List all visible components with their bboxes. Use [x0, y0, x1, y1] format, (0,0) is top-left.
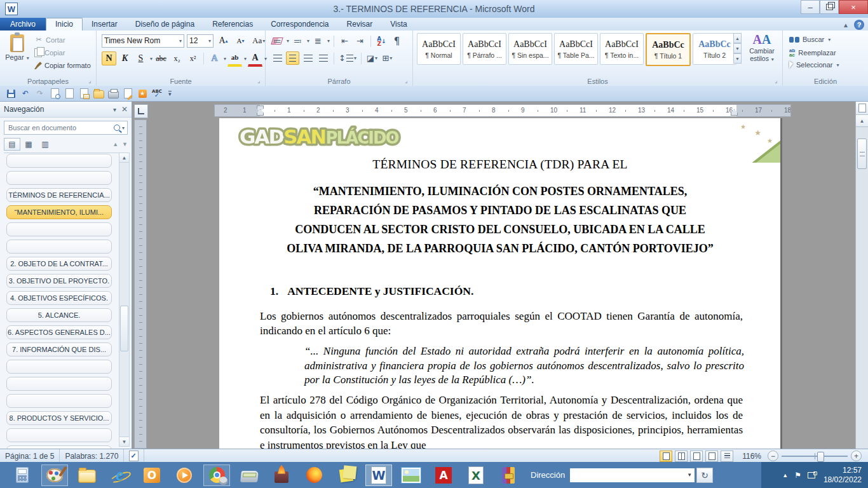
subscript-button[interactable]: x₂: [170, 51, 184, 65]
nav-heading-item[interactable]: TÉRMINOS DE REFERENCIA...: [6, 188, 112, 202]
addin-icon[interactable]: ★: [137, 88, 148, 99]
search-options-icon[interactable]: ▾: [122, 125, 125, 131]
clock[interactable]: 12:57 18/02/2022: [824, 466, 862, 485]
nav-heading-item[interactable]: [6, 394, 112, 408]
minimize-button[interactable]: –: [801, 0, 820, 14]
sticky-taskbar-icon[interactable]: [333, 464, 360, 486]
qat-more-icon[interactable]: ▾: [168, 91, 172, 97]
nero-taskbar-icon[interactable]: [268, 464, 295, 486]
shrink-font-button[interactable]: A▾: [233, 34, 248, 48]
undo-icon[interactable]: ↶: [20, 88, 31, 99]
tab-stop-selector[interactable]: [134, 104, 148, 118]
show-marks-button[interactable]: ¶: [390, 34, 403, 48]
grow-font-button[interactable]: A▴: [216, 34, 231, 48]
tab-revisar[interactable]: Revisar: [338, 18, 382, 30]
nav-heading-item[interactable]: [6, 222, 112, 236]
web-layout-view-button[interactable]: [690, 451, 703, 462]
explorer-taskbar-icon[interactable]: [74, 464, 100, 486]
word-taskbar-icon[interactable]: W: [365, 464, 392, 486]
vertical-scrollbar[interactable]: ▲: [855, 102, 868, 449]
align-left-button[interactable]: [271, 51, 284, 65]
change-styles-button[interactable]: AA Cambiar estilos ▾: [745, 32, 779, 73]
word-count[interactable]: Palabras: 1.270: [60, 449, 124, 463]
zoom-out-icon[interactable]: −: [768, 451, 778, 461]
change-case-button[interactable]: Aa▾: [250, 34, 267, 48]
underline-button[interactable]: S: [133, 51, 148, 65]
format-painter-button[interactable]: Copiar formato: [34, 62, 95, 69]
paste-button[interactable]: Pegar ▾: [3, 33, 31, 74]
nav-scroll-down-icon[interactable]: ▼: [119, 437, 129, 446]
clipboard-dialog-launcher[interactable]: ⌟: [88, 78, 94, 84]
scanner-taskbar-icon[interactable]: [236, 464, 262, 486]
winrar-taskbar-icon[interactable]: [495, 464, 522, 486]
nav-pane-menu-icon[interactable]: ▾: [113, 106, 116, 113]
styles-more-button[interactable]: ▼: [733, 53, 742, 64]
spelling-icon[interactable]: ABC✓: [151, 88, 163, 99]
tab-archivo[interactable]: Archivo: [0, 18, 46, 30]
find-button[interactable]: Buscar▾: [789, 36, 831, 43]
firefox-taskbar-icon[interactable]: [301, 464, 327, 486]
nav-pane-close-icon[interactable]: ✕: [121, 105, 128, 114]
network-icon[interactable]: [808, 471, 817, 478]
edit-icon[interactable]: [122, 88, 133, 99]
nav-scroll-thumb[interactable]: [120, 306, 128, 351]
address-go-icon[interactable]: ↻: [696, 468, 713, 483]
address-input-box[interactable]: ▼: [570, 468, 695, 482]
redo-icon[interactable]: ↷: [34, 88, 46, 99]
show-hidden-icons[interactable]: ▲: [782, 472, 788, 478]
nav-heading-item[interactable]: [6, 240, 112, 254]
excel-taskbar-icon[interactable]: X: [463, 464, 489, 486]
highlight-color-button[interactable]: ab: [227, 51, 242, 67]
justify-button[interactable]: [316, 51, 330, 65]
proofing-status[interactable]: [124, 449, 144, 463]
bullets-button[interactable]: ≔: [271, 34, 284, 48]
nav-heading-item[interactable]: [6, 171, 112, 185]
nav-heading-item[interactable]: 7. INFORMACIÓN QUE DIS...: [6, 342, 112, 356]
search-input[interactable]: [7, 123, 114, 132]
address-dropdown-icon[interactable]: ▼: [684, 468, 695, 482]
style--título-1[interactable]: AaBbCc¶ Título 1: [646, 33, 691, 66]
shading-button[interactable]: ◪▾: [365, 51, 379, 65]
scroll-thumb[interactable]: [857, 139, 867, 169]
calculator-taskbar-icon[interactable]: [9, 464, 36, 486]
nav-heading-item[interactable]: [6, 154, 112, 168]
chrome-taskbar-icon[interactable]: [203, 464, 230, 486]
print-layout-view-button[interactable]: [660, 451, 672, 462]
horizontal-ruler[interactable]: 21123456789101112131415161718: [214, 104, 791, 117]
style--normal[interactable]: AaBbCcI¶ Normal: [417, 33, 461, 65]
cut-button[interactable]: ✂Cortar: [34, 36, 95, 44]
photo-taskbar-icon[interactable]: [398, 464, 424, 486]
save-icon[interactable]: [5, 88, 17, 99]
fullscreen-reading-view-button[interactable]: [675, 451, 688, 462]
previous-heading-icon[interactable]: ▲: [112, 141, 118, 147]
nav-heading-item[interactable]: 2. OBJETO DE LA CONTRAT...: [6, 257, 112, 271]
strikethrough-button[interactable]: abc: [154, 51, 168, 65]
outline-view-button[interactable]: [705, 451, 718, 462]
tab-insertar[interactable]: Insertar: [83, 18, 126, 30]
replace-button[interactable]: abac Reemplazar: [789, 48, 836, 57]
numbering-button[interactable]: ≕: [291, 34, 304, 48]
nav-scroll-up-icon[interactable]: ▲: [119, 153, 129, 163]
document-search-box[interactable]: ▾: [4, 121, 128, 135]
new-document-icon[interactable]: [64, 88, 75, 99]
paint-taskbar-icon[interactable]: [41, 464, 68, 486]
page-indicator[interactable]: Página: 1 de 5: [0, 449, 60, 463]
nav-heading-item[interactable]: 3. OBJETIVO DEL PROYECTO.: [6, 274, 112, 288]
nav-tab-pages[interactable]: ▦: [20, 138, 37, 151]
text-effects-button[interactable]: A: [207, 51, 222, 65]
tab-correspondencia[interactable]: Correspondencia: [262, 18, 337, 30]
document-page[interactable]: ★ ★ ★ GADSANPLÁCIDO TÉRMINOS DE REFERENC…: [219, 118, 780, 449]
style--texto-in-[interactable]: AaBbCcI¶ Texto in...: [600, 33, 644, 65]
nav-heading-item[interactable]: 5. ALCANCE.: [6, 308, 112, 322]
nav-heading-item[interactable]: [6, 360, 112, 374]
action-center-flag-icon[interactable]: ⚑: [794, 471, 801, 480]
font-dialog-launcher[interactable]: ⌟: [257, 78, 263, 84]
font-family-combo[interactable]: Times New Rom▾: [102, 34, 184, 48]
scroll-up-icon[interactable]: ▲: [856, 115, 868, 127]
quick-print-icon[interactable]: [107, 88, 119, 99]
autocad-taskbar-icon[interactable]: A: [430, 464, 457, 486]
font-color-button[interactable]: A: [248, 51, 262, 67]
nav-heading-item[interactable]: [6, 428, 112, 442]
tab-inicio[interactable]: Inicio: [46, 18, 83, 30]
styles-scroll-up[interactable]: ▲: [733, 33, 742, 43]
